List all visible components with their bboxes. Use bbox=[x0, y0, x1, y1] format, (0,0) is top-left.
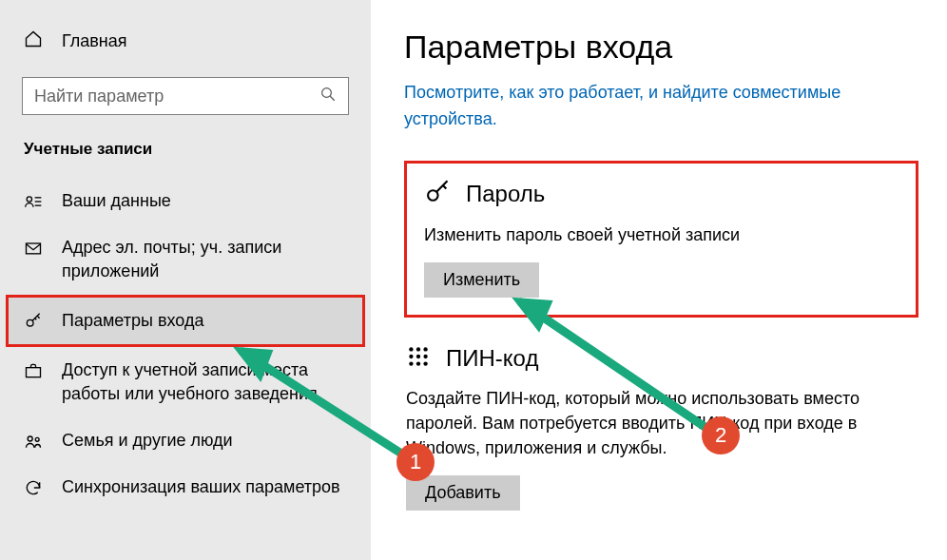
sync-icon bbox=[24, 478, 43, 497]
pin-desc: Создайте ПИН-код, который можно использо… bbox=[406, 386, 918, 460]
people-icon bbox=[24, 432, 43, 451]
info-link[interactable]: Посмотрите, как это работает, и найдите … bbox=[404, 79, 918, 132]
change-password-button[interactable]: Изменить bbox=[424, 262, 539, 298]
svg-point-0 bbox=[322, 88, 332, 98]
svg-line-1 bbox=[330, 96, 335, 101]
svg-point-10 bbox=[35, 437, 39, 441]
pin-title: ПИН-код bbox=[446, 345, 538, 372]
svg-point-19 bbox=[416, 361, 420, 365]
sidebar-item-label: Адрес эл. почты; уч. записи приложений bbox=[62, 236, 347, 283]
search-input[interactable]: Найти параметр bbox=[22, 77, 349, 115]
sidebar: Главная Найти параметр Учетные записи Ва… bbox=[0, 0, 371, 560]
svg-point-7 bbox=[27, 319, 33, 326]
pin-section: ПИН-код Создайте ПИН-код, который можно … bbox=[404, 344, 918, 511]
sidebar-item-label: Доступ к учетной записи места работы или… bbox=[62, 358, 347, 406]
password-desc: Изменить пароль своей учетной записи bbox=[424, 222, 899, 247]
svg-point-20 bbox=[423, 361, 427, 365]
svg-point-16 bbox=[416, 355, 420, 358]
sidebar-item-home[interactable]: Главная bbox=[0, 22, 371, 60]
search-placeholder: Найти параметр bbox=[34, 87, 164, 106]
password-title: Пароль bbox=[466, 181, 545, 207]
add-pin-button[interactable]: Добавить bbox=[406, 475, 520, 511]
svg-point-9 bbox=[28, 436, 32, 441]
home-icon bbox=[24, 29, 43, 52]
main-content: Параметры входа Посмотрите, как это рабо… bbox=[371, 0, 947, 560]
briefcase-icon bbox=[24, 361, 43, 380]
sidebar-item-email[interactable]: Адрес эл. почты; уч. записи приложений bbox=[0, 224, 371, 295]
svg-rect-8 bbox=[27, 368, 41, 377]
home-label: Главная bbox=[62, 31, 127, 51]
annotation-badge-1: 1 bbox=[396, 443, 435, 481]
highlight-box-1: Параметры входа bbox=[6, 295, 365, 347]
svg-point-18 bbox=[409, 361, 413, 365]
annotation-badge-2: 2 bbox=[702, 416, 740, 454]
svg-point-17 bbox=[423, 355, 427, 358]
svg-point-11 bbox=[428, 190, 438, 201]
sidebar-item-your-info[interactable]: Ваши данные bbox=[0, 178, 371, 224]
sidebar-item-work-access[interactable]: Доступ к учетной записи места работы или… bbox=[0, 347, 371, 417]
sidebar-item-label: Семья и другие люди bbox=[62, 429, 347, 453]
page-title: Параметры входа bbox=[404, 29, 918, 66]
svg-point-2 bbox=[27, 197, 31, 202]
svg-point-15 bbox=[409, 355, 413, 358]
svg-point-12 bbox=[409, 347, 413, 351]
sidebar-item-label: Синхронизация ваших параметров bbox=[62, 475, 347, 499]
sidebar-item-label: Ваши данные bbox=[62, 189, 347, 213]
key-icon bbox=[424, 179, 451, 209]
person-lines-icon bbox=[24, 192, 43, 211]
sidebar-item-label: Параметры входа bbox=[62, 309, 347, 333]
sidebar-item-signin-options[interactable]: Параметры входа bbox=[9, 298, 362, 344]
sidebar-item-family[interactable]: Семья и другие люди bbox=[0, 417, 371, 464]
password-section: Пароль Изменить пароль своей учетной зап… bbox=[404, 161, 918, 318]
svg-point-14 bbox=[423, 347, 427, 351]
sidebar-nav: Ваши данные Адрес эл. почты; уч. записи … bbox=[0, 178, 371, 511]
sidebar-item-sync[interactable]: Синхронизация ваших параметров bbox=[0, 464, 371, 511]
mail-icon bbox=[24, 239, 43, 258]
svg-rect-6 bbox=[27, 243, 41, 254]
key-icon bbox=[24, 312, 43, 331]
pin-pad-icon bbox=[406, 344, 431, 373]
sidebar-section-title: Учетные записи bbox=[0, 140, 371, 159]
search-icon bbox=[319, 86, 337, 106]
svg-point-13 bbox=[416, 347, 420, 351]
